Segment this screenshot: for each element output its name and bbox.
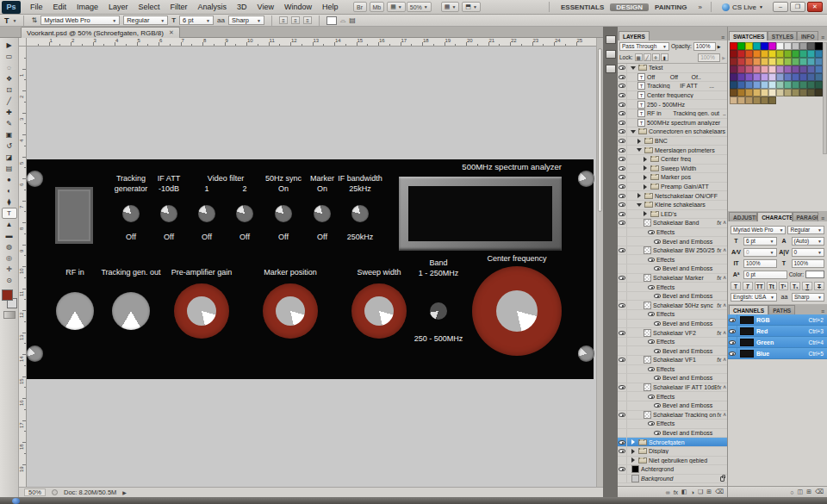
layer-group-row[interactable]: Schroefgaten — [618, 438, 727, 447]
layer-row[interactable]: Schakelaar Markerfx˄ — [618, 274, 727, 283]
swatch-8[interactable] — [792, 42, 799, 50]
layer-group-row[interactable]: BNC — [618, 137, 727, 146]
tab-adjustm[interactable]: ADJUSTM — [729, 212, 757, 221]
disclosure-triangle-icon[interactable] — [644, 175, 647, 180]
layer-row[interactable]: Schakelaar VF1fx˄ — [618, 356, 727, 365]
layer-effects-row[interactable]: Effects — [618, 338, 727, 347]
disclosure-triangle-icon[interactable] — [644, 184, 647, 190]
visibility-toggle[interactable] — [618, 374, 627, 383]
gradient-tool-icon[interactable]: ▤ — [2, 163, 17, 174]
swatch-2[interactable] — [745, 42, 753, 50]
align-left-icon[interactable]: ≡ — [279, 16, 288, 24]
menu-edit[interactable]: Edit — [48, 1, 72, 14]
workspace-overflow-chevrons[interactable]: » — [695, 3, 706, 11]
visibility-toggle[interactable] — [618, 210, 627, 219]
swatch-61[interactable] — [737, 81, 745, 89]
swatch-45[interactable] — [799, 65, 807, 73]
menu-filter[interactable]: Filter — [165, 1, 193, 14]
text-style-button-7[interactable]: T — [814, 282, 824, 290]
swatch-26[interactable] — [745, 58, 753, 65]
swatch-81[interactable] — [799, 89, 807, 96]
swatch-39[interactable] — [753, 65, 761, 73]
eye-icon[interactable] — [648, 421, 655, 426]
disclosure-triangle-icon[interactable] — [631, 439, 635, 445]
swatch-24[interactable] — [730, 58, 737, 65]
visibility-toggle[interactable] — [618, 128, 627, 136]
eye-icon[interactable] — [648, 367, 655, 371]
visibility-toggle[interactable] — [728, 314, 737, 325]
swatch-4[interactable] — [761, 42, 768, 50]
swatch-35[interactable] — [815, 58, 823, 65]
zoom-tool-icon[interactable]: ⊙ — [2, 275, 17, 286]
layer-row[interactable]: T250 - 500MHz — [618, 100, 727, 109]
visibility-toggle[interactable] — [618, 401, 627, 410]
layer-row[interactable]: TTracking IF ATT ... — [618, 82, 727, 91]
swatch-78[interactable] — [776, 89, 784, 96]
new-group-icon[interactable]: ❏ — [698, 488, 703, 495]
channel-row-green[interactable]: GreenCtrl+4 — [728, 337, 827, 348]
blend-mode-select[interactable]: Pass Through▼ — [619, 42, 669, 51]
layer-group-row[interactable]: Marker pos — [618, 173, 727, 183]
eye-icon[interactable] — [654, 431, 661, 435]
menu-analysis[interactable]: Analysis — [193, 1, 233, 14]
swatch-85[interactable] — [737, 96, 745, 104]
disclosure-triangle-icon[interactable] — [631, 66, 636, 70]
swatch-72[interactable] — [730, 89, 737, 96]
char-font-style-select[interactable]: Regular▼ — [787, 226, 824, 234]
swatch-49[interactable] — [737, 73, 745, 81]
tab-channels[interactable]: CHANNELS — [729, 305, 768, 314]
visibility-toggle[interactable] — [618, 392, 627, 401]
new-layer-icon[interactable]: ⊞ — [706, 488, 712, 495]
font-family-select[interactable]: Myriad Web Pro▼ — [40, 16, 120, 25]
swatch-36[interactable] — [730, 65, 737, 73]
menu-3d[interactable]: 3D — [232, 1, 252, 14]
menu-select[interactable]: Select — [134, 1, 165, 14]
visibility-toggle[interactable] — [618, 246, 627, 255]
eye-icon[interactable] — [654, 349, 661, 353]
visibility-toggle[interactable] — [618, 155, 627, 164]
disclosure-triangle-icon[interactable] — [637, 148, 642, 152]
swatch-31[interactable] — [784, 58, 792, 65]
text-orientation-icon[interactable]: ⇅ — [31, 16, 37, 24]
char-size-select[interactable]: 6 pt▼ — [743, 237, 777, 246]
visibility-toggle[interactable] — [618, 201, 627, 209]
swatch-79[interactable] — [784, 89, 792, 96]
swatch-89[interactable] — [768, 96, 776, 104]
workspace-painting[interactable]: PAINTING — [649, 3, 693, 11]
pen-tool-icon[interactable]: ⧫ — [2, 196, 17, 208]
menu-image[interactable]: Image — [72, 1, 103, 14]
visibility-toggle[interactable] — [618, 91, 627, 100]
minimize-button[interactable]: – — [773, 2, 788, 12]
layer-effects-row[interactable]: Bevel and Emboss — [618, 237, 727, 246]
visibility-toggle[interactable] — [618, 73, 627, 82]
swatch-75[interactable] — [753, 89, 761, 96]
lock-icon-2[interactable]: ✛ — [652, 53, 660, 61]
swatch-52[interactable] — [761, 73, 768, 81]
collapsed-panel-icon-0[interactable] — [606, 35, 616, 44]
char-font-family-select[interactable]: Myriad Web Pro▼ — [731, 226, 786, 234]
new-channel-icon[interactable]: ⊞ — [806, 488, 811, 495]
layer-effects-row[interactable]: Effects — [618, 255, 727, 264]
delete-channel-icon[interactable]: ⌫ — [815, 488, 824, 495]
text-style-button-4[interactable]: T¹ — [779, 282, 789, 290]
start-orb-icon[interactable] — [12, 498, 20, 504]
vertical-scrollbar-thumb[interactable] — [598, 48, 602, 212]
layer-group-row[interactable]: LED's — [618, 210, 727, 220]
layer-group-row[interactable]: Preamp Gain/ATT — [618, 183, 727, 192]
opacity-arrow-icon[interactable]: ▶ — [718, 44, 721, 49]
font-size-select[interactable]: 6 pt▼ — [179, 16, 214, 25]
vertical-scrollbar[interactable] — [596, 38, 603, 487]
swatch-42[interactable] — [776, 65, 784, 73]
layer-row[interactable]: Background — [618, 475, 727, 484]
visibility-toggle[interactable] — [618, 411, 627, 420]
visibility-toggle[interactable] — [618, 219, 627, 227]
eye-icon[interactable] — [654, 294, 661, 298]
swatch-84[interactable] — [730, 96, 737, 104]
layer-group-row[interactable]: Netschakelaar ON/OFF — [618, 191, 727, 201]
swatch-77[interactable] — [768, 89, 776, 96]
eye-icon[interactable] — [648, 230, 655, 234]
layer-fx-badge[interactable]: fx˄ — [717, 357, 726, 363]
menu-help[interactable]: Help — [317, 1, 344, 14]
fx-collapse-icon[interactable]: ˄ — [723, 275, 726, 281]
layer-fx-badge[interactable]: fx˄ — [717, 412, 726, 418]
